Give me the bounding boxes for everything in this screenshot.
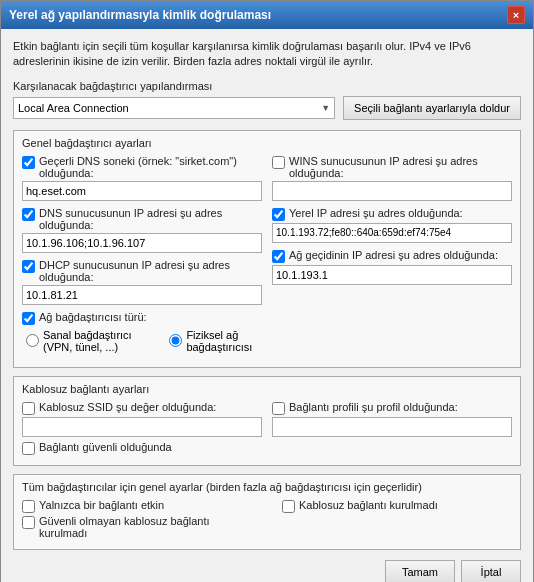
profile-input[interactable]: [272, 417, 512, 437]
local-ip-label: Yerel IP adresi şu adres olduğunda:: [272, 207, 512, 221]
wins-server-label: WINS sunucusunun IP adresi şu adres oldu…: [272, 155, 512, 179]
general-group-title: Genel bağdaştırıcı ayarları: [22, 137, 512, 149]
local-ip-field: Yerel IP adresi şu adres olduğunda:: [272, 207, 512, 243]
wireless-group-title: Kablosuz bağlantı ayarları: [22, 383, 512, 395]
wireless-not-established-label: Kablosuz bağlantı kurulmadı: [282, 499, 512, 513]
secure-label: Bağlantı güvenli olduğunda: [22, 441, 512, 455]
physical-radio[interactable]: [169, 334, 182, 347]
gateway-input[interactable]: [272, 265, 512, 285]
general-right-col: WINS sunucusunun IP adresi şu adres oldu…: [272, 155, 512, 359]
gateway-label: Ağ geçidinin IP adresi şu adres olduğund…: [272, 249, 512, 263]
all-adapters-left-col: Yalnızca bir bağlantı etkin Güvenli olma…: [22, 499, 252, 541]
dropdown-arrow-icon: ▼: [321, 103, 330, 113]
dhcp-server-field: DHCP sunucusunun IP adresi şu adres oldu…: [22, 259, 262, 305]
only-one-active-label: Yalnızca bir bağlantı etkin: [22, 499, 252, 513]
adapter-type-field: Ağ bağdaştırıcısı türü: Sanal bağdaştırı…: [22, 311, 262, 353]
wireless-group: Kablosuz bağlantı ayarları Kablosuz SSID…: [13, 376, 521, 466]
adapter-type-checkbox[interactable]: [22, 312, 35, 325]
gateway-field: Ağ geçidinin IP adresi şu adres olduğund…: [272, 249, 512, 285]
description-text: Etkin bağlantı için seçili tüm koşullar …: [13, 39, 521, 70]
ssid-label: Kablosuz SSID şu değer olduğunda:: [22, 401, 262, 415]
insecure-wireless-label: Güvenli olmayan kablosuz bağlantı kurulm…: [22, 515, 252, 539]
profile-checkbox[interactable]: [272, 402, 285, 415]
wins-server-checkbox[interactable]: [272, 156, 285, 169]
wins-server-field: WINS sunucusunun IP adresi şu adres oldu…: [272, 155, 512, 201]
ssid-input[interactable]: [22, 417, 262, 437]
dns-suffix-input[interactable]: [22, 181, 262, 201]
wireless-not-established-checkbox[interactable]: [282, 500, 295, 513]
all-adapters-right-col: Kablosuz bağlantı kurulmadı: [282, 499, 512, 541]
dns-server-field: DNS sunucusunun IP adresi şu adres olduğ…: [22, 207, 262, 253]
all-adapters-title: Tüm bağdaştırıcılar için genel ayarlar (…: [22, 481, 512, 493]
general-group: Genel bağdaştırıcı ayarları Geçerli DNS …: [13, 130, 521, 368]
ok-button[interactable]: Tamam: [385, 560, 455, 582]
window-content: Etkin bağlantı için seçili tüm koşullar …: [1, 29, 533, 582]
all-adapters-group: Tüm bağdaştırıcılar için genel ayarlar (…: [13, 474, 521, 550]
wins-server-input[interactable]: [272, 181, 512, 201]
close-button[interactable]: ×: [507, 6, 525, 24]
dns-suffix-label: Geçerli DNS soneki (örnek: "sirket.com")…: [22, 155, 262, 179]
dns-suffix-checkbox[interactable]: [22, 156, 35, 169]
wireless-profile-col: Bağlantı profili şu profil olduğunda:: [272, 401, 512, 437]
physical-radio-label: Fiziksel ağ bağdaştırıcısı: [169, 329, 262, 353]
local-ip-checkbox[interactable]: [272, 208, 285, 221]
ssid-checkbox[interactable]: [22, 402, 35, 415]
dns-server-input[interactable]: [22, 233, 262, 253]
titlebar: Yerel ağ yapılandırmasıyla kimlik doğrul…: [1, 1, 533, 29]
vpn-radio[interactable]: [26, 334, 39, 347]
all-adapters-two-col: Yalnızca bir bağlantı etkin Güvenli olma…: [22, 499, 512, 541]
adapter-type-radios: Sanal bağdaştırıcı (VPN, tünel, ...) Fiz…: [22, 329, 262, 353]
wireless-ssid-col: Kablosuz SSID şu değer olduğunda:: [22, 401, 262, 437]
dhcp-server-checkbox[interactable]: [22, 260, 35, 273]
vpn-radio-label: Sanal bağdaştırıcı (VPN, tünel, ...): [26, 329, 149, 353]
dhcp-server-label: DHCP sunucusunun IP adresi şu adres oldu…: [22, 259, 262, 283]
only-one-active-checkbox[interactable]: [22, 500, 35, 513]
profile-label: Bağlantı profili şu profil olduğunda:: [272, 401, 512, 415]
dns-suffix-field: Geçerli DNS soneki (örnek: "sirket.com")…: [22, 155, 262, 201]
window-title: Yerel ağ yapılandırmasıyla kimlik doğrul…: [9, 8, 271, 22]
connection-dropdown[interactable]: Local Area Connection ▼: [13, 97, 335, 119]
wireless-two-col: Kablosuz SSID şu değer olduğunda: Bağlan…: [22, 401, 512, 437]
general-two-col: Geçerli DNS soneki (örnek: "sirket.com")…: [22, 155, 512, 359]
cancel-button[interactable]: İptal: [461, 560, 521, 582]
connection-dropdown-value: Local Area Connection: [18, 102, 129, 114]
dns-server-checkbox[interactable]: [22, 208, 35, 221]
bottom-buttons: Tamam İptal: [13, 560, 521, 582]
connection-section-label: Karşılanacak bağdaştırıcı yapılandırması: [13, 80, 521, 92]
gateway-checkbox[interactable]: [272, 250, 285, 263]
connection-row: Local Area Connection ▼ Seçili bağlantı …: [13, 96, 521, 120]
general-left-col: Geçerli DNS soneki (örnek: "sirket.com")…: [22, 155, 262, 359]
dhcp-server-input[interactable]: [22, 285, 262, 305]
insecure-wireless-checkbox[interactable]: [22, 516, 35, 529]
dns-server-label: DNS sunucusunun IP adresi şu adres olduğ…: [22, 207, 262, 231]
main-window: Yerel ağ yapılandırmasıyla kimlik doğrul…: [0, 0, 534, 582]
secure-checkbox[interactable]: [22, 442, 35, 455]
adapter-type-label: Ağ bağdaştırıcısı türü:: [22, 311, 262, 325]
fill-button[interactable]: Seçili bağlantı ayarlarıyla doldur: [343, 96, 521, 120]
local-ip-input[interactable]: [272, 223, 512, 243]
